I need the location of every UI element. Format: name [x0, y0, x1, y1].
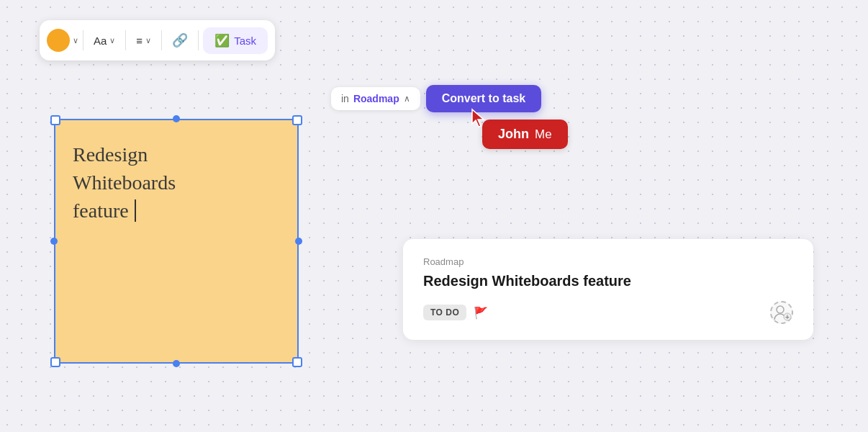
- align-icon: ≡: [136, 35, 143, 47]
- todo-status-badge[interactable]: TO DO: [423, 305, 466, 320]
- task-card-title: Redesign Whiteboards feature: [423, 273, 793, 289]
- in-text: in: [341, 93, 349, 104]
- formatting-toolbar: ∨ Aa ∨ ≡ ∨ 🔗 ✅ Task: [40, 20, 275, 60]
- handle-mid-right[interactable]: [295, 238, 302, 245]
- task-button[interactable]: ✅ Task: [203, 27, 268, 54]
- task-card-project: Roadmap: [423, 256, 793, 267]
- john-label: John: [498, 127, 529, 142]
- toolbar-divider-4: [198, 30, 199, 50]
- me-label: Me: [535, 127, 552, 142]
- color-picker-button[interactable]: [47, 29, 70, 52]
- task-card-footer: TO DO 🚩 +: [423, 301, 793, 324]
- sticky-note-text: RedesignWhiteboardsfeature: [73, 140, 176, 225]
- svg-text:+: +: [785, 313, 790, 321]
- roadmap-label: in Roadmap ∧: [331, 87, 420, 110]
- font-style-button[interactable]: Aa ∨: [88, 30, 121, 51]
- handle-mid-top[interactable]: [173, 115, 180, 122]
- task-button-label: Task: [234, 35, 256, 47]
- align-button[interactable]: ≡ ∨: [130, 30, 157, 51]
- toolbar-divider-1: [83, 30, 83, 50]
- align-chevron-icon: ∨: [145, 36, 151, 45]
- toolbar-divider-2: [125, 30, 126, 50]
- link-icon: 🔗: [172, 32, 188, 48]
- handle-bottom-left[interactable]: [50, 357, 60, 367]
- flag-icon: 🚩: [474, 306, 488, 320]
- task-checkmark-icon: ✅: [214, 33, 230, 48]
- handle-top-left[interactable]: [50, 115, 60, 125]
- link-button[interactable]: 🔗: [166, 28, 194, 53]
- roadmap-bar: in Roadmap ∧ Convert to task: [331, 85, 568, 112]
- toolbar-divider-3: [161, 30, 162, 50]
- john-me-badge: John Me: [482, 120, 568, 149]
- handle-top-right[interactable]: [292, 115, 302, 125]
- font-label: Aa: [94, 35, 107, 47]
- task-card: Roadmap Redesign Whiteboards feature TO …: [403, 239, 813, 340]
- svg-point-1: [777, 306, 784, 313]
- sticky-note[interactable]: RedesignWhiteboardsfeature: [54, 119, 299, 364]
- convert-to-task-button[interactable]: Convert to task: [426, 85, 541, 112]
- handle-bottom-right[interactable]: [292, 357, 302, 367]
- handle-mid-bottom[interactable]: [173, 360, 180, 367]
- font-chevron-icon: ∨: [109, 36, 115, 45]
- color-chevron-icon: ∨: [73, 36, 78, 45]
- roadmap-link[interactable]: Roadmap: [353, 93, 399, 104]
- handle-mid-left[interactable]: [50, 238, 58, 245]
- convert-popup: in Roadmap ∧ Convert to task John Me: [331, 85, 568, 149]
- roadmap-chevron-icon: ∧: [404, 94, 410, 104]
- assign-user-button[interactable]: +: [770, 301, 793, 324]
